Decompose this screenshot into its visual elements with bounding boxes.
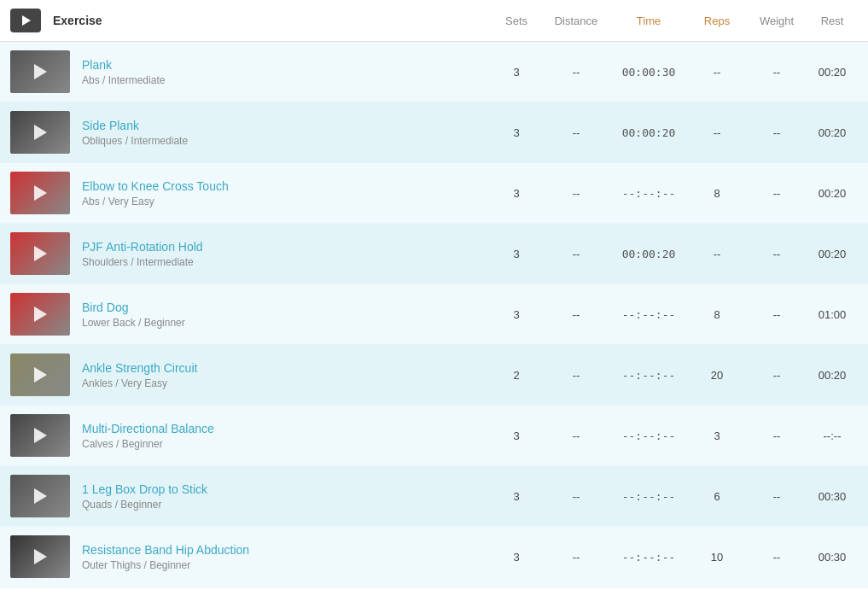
exercise-weight: -- — [747, 126, 807, 139]
play-icon — [34, 367, 47, 383]
play-icon — [34, 185, 47, 201]
exercise-weight: -- — [747, 490, 807, 503]
table-row[interactable]: Plank Abs / Intermediate 3 -- 00:00:30 -… — [0, 42, 868, 102]
exercise-distance: -- — [542, 429, 610, 442]
exercise-time: --:--:-- — [610, 187, 687, 200]
exercise-reps: 20 — [687, 369, 747, 382]
exercise-time: 00:00:20 — [610, 248, 687, 260]
exercise-weight: -- — [747, 308, 807, 321]
exercise-time: --:--:-- — [610, 551, 687, 564]
exercise-distance: -- — [542, 369, 610, 382]
table-row[interactable]: Elbow to Knee Cross Touch Abs / Very Eas… — [0, 163, 868, 224]
exercise-rest: 00:20 — [807, 369, 858, 382]
exercise-info: Bird Dog Lower Back / Beginner — [82, 301, 491, 329]
table-row[interactable]: Multi-Directional Balance Calves / Begin… — [0, 406, 868, 466]
exercise-name: PJF Anti-Rotation Hold — [82, 240, 491, 254]
exercise-meta: Abs / Very Easy — [82, 196, 491, 207]
exercise-name: Multi-Directional Balance — [82, 422, 491, 435]
exercise-sets: 3 — [491, 429, 542, 442]
exercise-distance: -- — [542, 490, 610, 503]
exercise-distance: -- — [542, 308, 610, 321]
exercise-time: --:--:-- — [610, 429, 687, 442]
exercise-thumbnail — [10, 293, 70, 336]
exercise-rest: 00:20 — [807, 66, 858, 79]
play-icon — [34, 549, 47, 564]
exercise-weight: -- — [747, 248, 807, 260]
rows-container: Plank Abs / Intermediate 3 -- 00:00:30 -… — [0, 42, 868, 587]
table-row[interactable]: 1 Leg Box Drop to Stick Quads / Beginner… — [0, 466, 868, 527]
play-icon — [34, 307, 47, 322]
exercise-thumbnail — [10, 172, 70, 214]
exercise-rest: 00:30 — [807, 490, 858, 503]
exercise-info: Multi-Directional Balance Calves / Begin… — [82, 422, 491, 450]
exercise-sets: 3 — [491, 66, 542, 79]
exercise-reps: -- — [687, 248, 747, 260]
exercise-time: 00:00:20 — [610, 126, 687, 139]
col-header-distance: Distance — [542, 15, 610, 27]
exercise-meta: Outer Thighs / Beginner — [82, 559, 491, 571]
exercise-thumbnail — [10, 111, 70, 154]
exercise-distance: -- — [542, 248, 610, 260]
exercise-rest: 00:30 — [807, 551, 858, 564]
exercise-thumbnail — [10, 414, 70, 457]
play-icon — [34, 125, 47, 140]
exercise-name: 1 Leg Box Drop to Stick — [82, 482, 491, 496]
exercise-info: PJF Anti-Rotation Hold Shoulders / Inter… — [82, 240, 491, 268]
exercise-thumbnail — [10, 353, 70, 396]
exercise-distance: -- — [542, 126, 610, 139]
table-row[interactable]: Bird Dog Lower Back / Beginner 3 -- --:-… — [0, 284, 868, 345]
exercise-rest: 00:20 — [807, 248, 858, 260]
exercise-name: Elbow to Knee Cross Touch — [82, 179, 491, 193]
exercise-meta: Obliques / Intermediate — [82, 135, 491, 147]
table-row[interactable]: Resistance Band Hip Abduction Outer Thig… — [0, 527, 868, 587]
exercise-sets: 3 — [491, 126, 542, 139]
col-header-reps: Reps — [687, 15, 747, 27]
exercise-distance: -- — [542, 551, 610, 564]
table-header: Exercise Sets Distance Time Reps Weight … — [0, 0, 868, 42]
col-header-time: Time — [610, 15, 687, 27]
exercise-rest: 00:20 — [807, 126, 858, 139]
exercise-info: Plank Abs / Intermediate — [82, 58, 491, 86]
exercise-sets: 3 — [491, 308, 542, 321]
exercise-thumbnail — [10, 475, 70, 517]
exercise-reps: 3 — [687, 429, 747, 442]
exercise-meta: Quads / Beginner — [82, 499, 491, 511]
exercise-rest: 01:00 — [807, 308, 858, 321]
table-row[interactable]: PJF Anti-Rotation Hold Shoulders / Inter… — [0, 224, 868, 284]
exercise-meta: Shoulders / Intermediate — [82, 256, 491, 268]
exercise-time: --:--:-- — [610, 369, 687, 382]
play-icon — [10, 9, 41, 32]
exercise-name: Plank — [82, 58, 491, 72]
exercise-sets: 2 — [491, 369, 542, 382]
exercise-reps: 10 — [687, 551, 747, 564]
exercise-info: Elbow to Knee Cross Touch Abs / Very Eas… — [82, 179, 491, 207]
exercise-table: Exercise Sets Distance Time Reps Weight … — [0, 0, 868, 587]
svg-marker-0 — [22, 15, 31, 26]
exercise-reps: -- — [687, 126, 747, 139]
play-icon — [34, 64, 47, 79]
col-header-exercise: Exercise — [53, 14, 491, 27]
exercise-sets: 3 — [491, 187, 542, 200]
col-header-sets: Sets — [491, 15, 542, 27]
exercise-distance: -- — [542, 187, 610, 200]
col-header-weight: Weight — [747, 15, 807, 27]
exercise-weight: -- — [747, 551, 807, 564]
exercise-sets: 3 — [491, 490, 542, 503]
table-row[interactable]: Ankle Strength Circuit Ankles / Very Eas… — [0, 345, 868, 406]
exercise-name: Side Plank — [82, 119, 491, 132]
exercise-meta: Abs / Intermediate — [82, 74, 491, 86]
exercise-sets: 3 — [491, 551, 542, 564]
exercise-rest: 00:20 — [807, 187, 858, 200]
exercise-weight: -- — [747, 429, 807, 442]
exercise-time: --:--:-- — [610, 490, 687, 503]
exercise-info: Side Plank Obliques / Intermediate — [82, 119, 491, 147]
exercise-reps: -- — [687, 66, 747, 79]
table-row[interactable]: Side Plank Obliques / Intermediate 3 -- … — [0, 102, 868, 163]
exercise-thumbnail — [10, 535, 70, 578]
exercise-name: Resistance Band Hip Abduction — [82, 543, 491, 557]
exercise-name: Bird Dog — [82, 301, 491, 314]
col-header-rest: Rest — [807, 15, 858, 27]
exercise-reps: 6 — [687, 490, 747, 503]
exercise-meta: Calves / Beginner — [82, 438, 491, 450]
exercise-rest: --:-- — [807, 429, 858, 442]
